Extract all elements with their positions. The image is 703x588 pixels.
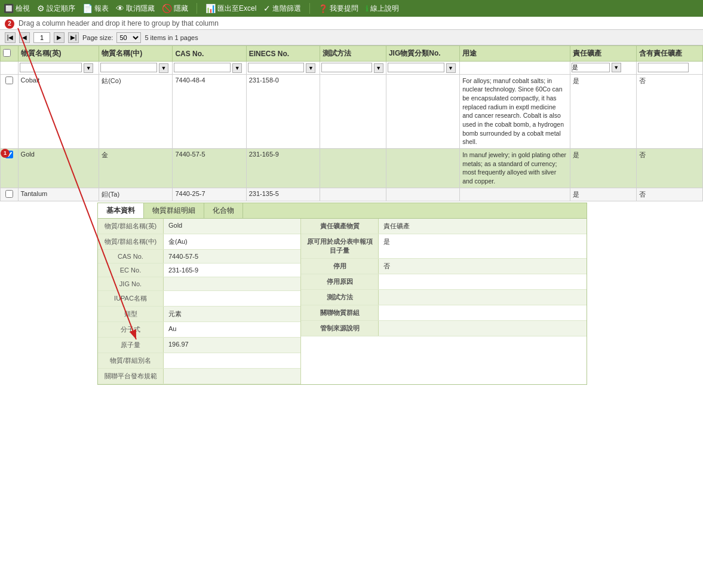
table-row[interactable]: Cobalt 鈷(Co) 7440-48-4 231-158-0 For all…: [1, 74, 703, 149]
col-name-cn-header[interactable]: 物質名稱(中): [99, 46, 173, 62]
gold-check-cell[interactable]: 1: [1, 149, 19, 188]
col-resp-header[interactable]: 責任礦產: [570, 46, 637, 62]
drag-hint-bar: 2 Drag a column header and drop it here …: [0, 17, 703, 30]
tab-basic[interactable]: 基本資料: [98, 203, 144, 218]
col-check-header[interactable]: [1, 46, 19, 62]
cobalt-jig: [386, 74, 459, 149]
filter-name-cn-cell: ▼: [99, 62, 173, 75]
toolbar-advanced[interactable]: ✓ 進階篩選: [263, 4, 301, 14]
col-einecs-header[interactable]: EINECS No.: [246, 46, 320, 62]
detail-right-row-1: 原可用於成分表申報項目子量 是: [301, 234, 587, 259]
gold-name-cn: 金: [99, 149, 173, 188]
col-name-en-header[interactable]: 物質名稱(英): [18, 46, 99, 62]
filter-einecs-cell: ▼: [246, 62, 320, 75]
filter-name-cn[interactable]: [100, 63, 157, 72]
toolbar-unhide[interactable]: 👁 取消隱藏: [116, 4, 155, 14]
toolbar-excel[interactable]: 📊 匯出至Excel: [205, 4, 256, 14]
detail-row-alias: 物質/群組別名: [98, 353, 300, 369]
detail-row-type: 類型 元素: [98, 307, 300, 322]
last-page-btn[interactable]: ▶|: [68, 32, 79, 43]
cobalt-test: [320, 74, 386, 149]
first-page-btn[interactable]: |◀: [5, 32, 16, 43]
detail-body: 物質/群組名稱(英) Gold 物質/群組名稱(中) 金(Au) CAS No.…: [98, 219, 587, 384]
detail-right-panel: 責任礦產物質 責任礦產 原可用於成分表申報項目子量 是 停用 否 停用原因 測試…: [301, 219, 587, 384]
detail-right-row-2: 停用 否: [301, 259, 587, 274]
col-cas-header[interactable]: CAS No.: [173, 46, 246, 62]
toolbar-order[interactable]: ⚙ 設定順序: [37, 4, 75, 14]
detail-row-iupac: IUPAC名稱: [98, 291, 300, 307]
tab-compound[interactable]: 化合物: [204, 203, 243, 218]
next-page-btn[interactable]: ▶: [54, 32, 65, 43]
filter-test-cell: ▼: [320, 62, 386, 75]
detail-panel: 基本資料 物質群組明細 化合物 物質/群組名稱(英) Gold 物質/群組名稱(…: [97, 203, 587, 385]
page-size-label: Page size:: [82, 34, 113, 41]
excel-icon: 📊: [205, 4, 216, 13]
filter-test-btn[interactable]: ▼: [374, 63, 383, 73]
filter-jig[interactable]: [388, 63, 444, 72]
tantalum-checkbox[interactable]: [5, 190, 13, 198]
page-size-select[interactable]: 50 100: [116, 32, 141, 43]
filter-name-en-cell: ▼: [18, 62, 99, 75]
filter-has-resp-cell: [637, 62, 703, 75]
unhide-icon: 👁: [116, 4, 124, 13]
tantalum-name-cn: 鉭(Ta): [99, 188, 173, 201]
filter-cas[interactable]: [174, 63, 231, 72]
tantalum-test: [320, 188, 386, 201]
toolbar-ask[interactable]: ❓ 我要提問: [318, 4, 358, 14]
pagination-bar: |◀ ◀ ▶ ▶| Page size: 50 100 5 items in 1…: [0, 30, 703, 45]
toolbar: 🔲 檢視 ⚙ 設定順序 📄 報表 👁 取消隱藏 🚫 隱藏 📊 匯出至Excel …: [0, 0, 703, 17]
detail-tabs: 基本資料 物質群組明細 化合物: [98, 203, 587, 219]
filter-test[interactable]: [321, 63, 372, 72]
tantalum-jig: [386, 188, 459, 201]
detail-right-row-0: 責任礦產物質 責任礦產: [301, 219, 587, 234]
cobalt-check-cell[interactable]: [1, 74, 19, 149]
filter-has-resp[interactable]: [638, 63, 689, 72]
table-header-row: 物質名稱(英) 物質名稱(中) CAS No. EINECS No. 測試方法: [1, 46, 703, 62]
view-icon: 🔲: [4, 4, 14, 13]
filter-einecs-btn[interactable]: ▼: [306, 63, 315, 73]
detail-row-cas: CAS No. 7440-57-5: [98, 250, 300, 264]
select-all-checkbox[interactable]: [3, 49, 11, 57]
filter-row: ▼ ▼ ▼ ▼ ▼: [1, 62, 703, 75]
filter-jig-btn[interactable]: ▼: [446, 63, 456, 73]
filter-resp-btn[interactable]: ▼: [612, 63, 621, 72]
col-test-header[interactable]: 測試方法: [320, 46, 386, 62]
detail-right-row-6: 管制來源說明: [301, 321, 587, 336]
filter-einecs[interactable]: [248, 63, 305, 72]
badge-2: 2: [5, 19, 14, 29]
page-input[interactable]: [33, 32, 50, 43]
detail-right-row-4: 測試方法: [301, 290, 587, 305]
advanced-icon: ✓: [263, 4, 271, 13]
gold-resp: 是: [570, 149, 637, 188]
prev-page-btn[interactable]: ◀: [19, 32, 30, 43]
cobalt-checkbox[interactable]: [5, 76, 13, 84]
col-has-resp-header[interactable]: 含有責任礦產: [637, 46, 703, 62]
toolbar-view[interactable]: 🔲 檢視: [4, 4, 30, 14]
gold-name-en: Gold: [18, 149, 99, 188]
tantalum-check-cell[interactable]: [1, 188, 19, 201]
filter-name-en[interactable]: [20, 63, 82, 72]
tantalum-name-en: Tantalum: [18, 188, 99, 201]
filter-name-en-btn[interactable]: ▼: [84, 63, 93, 73]
hide-icon: 🚫: [162, 4, 172, 13]
table-row[interactable]: Tantalum 鉭(Ta) 7440-25-7 231-135-5 是 否: [1, 188, 703, 201]
toolbar-hide[interactable]: 🚫 隱藏: [162, 4, 188, 14]
gold-use: In manuf jewelry; in gold plating other …: [460, 149, 570, 188]
pagination-summary: 5 items in 1 pages: [145, 34, 198, 41]
col-use-header[interactable]: 用途: [460, 46, 570, 62]
tantalum-cas: 7440-25-7: [173, 188, 246, 201]
toolbar-online[interactable]: ℹ 線上說明: [366, 4, 399, 14]
filter-jig-cell: ▼: [386, 62, 459, 75]
col-jig-header[interactable]: JIG物質分類No.: [386, 46, 459, 62]
detail-row-formula: 分子式 Au: [98, 322, 300, 338]
filter-resp[interactable]: [572, 63, 610, 72]
tab-group[interactable]: 物質群組明細: [144, 203, 204, 218]
detail-row-name-en: 物質/群組名稱(英) Gold: [98, 219, 300, 234]
toolbar-report[interactable]: 📄 報表: [82, 4, 109, 14]
filter-cas-cell: ▼: [173, 62, 246, 75]
gold-test: [320, 149, 386, 188]
filter-name-cn-btn[interactable]: ▼: [159, 63, 168, 73]
filter-cas-btn[interactable]: ▼: [232, 63, 242, 73]
table-row[interactable]: 1 Gold 金 7440-57-5 231-165-9 In manuf je…: [1, 149, 703, 188]
detail-right-row-3: 停用原因: [301, 274, 587, 290]
